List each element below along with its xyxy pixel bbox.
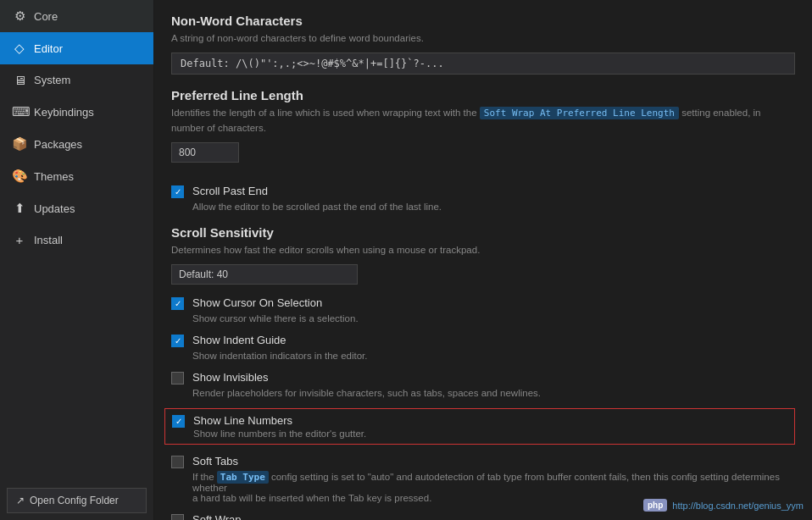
show-line-numbers-checkbox[interactable] (172, 415, 185, 428)
main-content: Non-Word Characters A string of non-word… (154, 0, 812, 520)
open-config-icon: ↗ (16, 495, 25, 506)
preferred-line-length-input[interactable]: 800 (171, 142, 239, 163)
open-config-folder-button[interactable]: ↗ Open Config Folder (7, 488, 147, 513)
non-word-characters-desc: A string of non-word characters to defin… (171, 31, 795, 46)
preferred-line-length-desc: Identifies the length of a line which is… (171, 106, 795, 136)
soft-tabs-checkbox[interactable] (171, 456, 184, 468)
show-indent-guide-checkbox[interactable] (171, 335, 184, 347)
sidebar-item-label-editor: Editor (34, 42, 63, 55)
sidebar-item-packages[interactable]: 📦 Packages (0, 128, 153, 160)
show-indent-guide-row: Show Indent Guide (171, 334, 795, 347)
soft-wrap-label: Soft Wrap (192, 513, 242, 520)
scroll-past-end-desc: Allow the editor to be scrolled past the… (192, 202, 795, 212)
sidebar-bottom: ↗ Open Config Folder (0, 481, 153, 520)
core-icon: ⚙ (12, 8, 27, 24)
sidebar-item-label-updates: Updates (34, 202, 75, 215)
show-cursor-on-selection-label: Show Cursor On Selection (192, 296, 322, 309)
preferred-line-length-title: Preferred Line Length (171, 88, 795, 102)
scroll-past-end-label: Scroll Past End (192, 185, 268, 197)
scroll-sensitivity-section: Scroll Sensitivity Determines how fast t… (171, 225, 795, 285)
sidebar-item-label-themes: Themes (34, 170, 74, 183)
soft-tabs-label: Soft Tabs (192, 455, 238, 467)
show-invisibles-row: Show Invisibles (171, 371, 795, 384)
sidebar-divider (0, 256, 153, 481)
show-invisibles-label: Show Invisibles (192, 371, 269, 384)
non-word-characters-section: Non-Word Characters A string of non-word… (171, 14, 795, 75)
themes-icon: 🎨 (12, 169, 27, 184)
non-word-characters-title: Non-Word Characters (171, 14, 795, 28)
sidebar-item-label-install: Install (34, 234, 63, 246)
sidebar-item-core[interactable]: ⚙ Core (0, 0, 153, 32)
soft-tabs-row: Soft Tabs (171, 455, 795, 468)
packages-icon: 📦 (12, 136, 27, 152)
non-word-default-value: Default: /\()"':,.;<>~!@#$%^&*|+=[]{}`?-… (171, 53, 795, 75)
preferred-line-length-section: Preferred Line Length Identifies the len… (171, 88, 795, 174)
scroll-past-end-checkbox[interactable] (171, 185, 184, 198)
scroll-sensitivity-title: Scroll Sensitivity (171, 225, 795, 240)
show-cursor-on-selection-section: Show Cursor On Selection Show cursor whi… (171, 296, 795, 324)
soft-wrap-row: Soft Wrap (171, 513, 795, 520)
scroll-sensitivity-desc: Determines how fast the editor scrolls w… (171, 243, 795, 257)
watermark-url: http://blog.csdn.net/genius_yym (672, 501, 804, 511)
sidebar-item-label-core: Core (34, 10, 58, 23)
scroll-past-end-section: Scroll Past End Allow the editor to be s… (171, 185, 795, 212)
show-cursor-on-selection-checkbox[interactable] (171, 297, 184, 310)
sidebar-item-label-packages: Packages (34, 138, 82, 151)
updates-icon: ⬆ (12, 201, 27, 216)
soft-wrap-section: Soft Wrap Wraps lines that exceed the wi… (171, 513, 795, 520)
sidebar: ⚙ Core ◇ Editor 🖥 System ⌨ Keybindings 📦… (0, 0, 154, 520)
sidebar-item-label-system: System (34, 74, 70, 86)
sidebar-item-install[interactable]: + Install (0, 224, 153, 256)
show-cursor-on-selection-row: Show Cursor On Selection (171, 296, 795, 310)
watermark: php http://blog.csdn.net/genius_yym (643, 499, 804, 512)
show-line-numbers-desc: Show line numbers in the editor's gutter… (193, 429, 366, 439)
scroll-past-end-row: Scroll Past End (171, 185, 795, 198)
scroll-sensitivity-input[interactable]: Default: 40 (171, 264, 358, 285)
soft-wrap-highlight-tag: Soft Wrap At Preferred Line Length (480, 107, 679, 119)
keybindings-icon: ⌨ (12, 104, 27, 119)
sidebar-item-system[interactable]: 🖥 System (0, 64, 153, 96)
php-badge: php (643, 499, 667, 512)
show-line-numbers-label: Show Line Numbers (193, 414, 366, 427)
soft-tabs-section: Soft Tabs If the Tab Type config setting… (171, 455, 795, 503)
show-indent-guide-label: Show Indent Guide (192, 334, 286, 346)
show-cursor-on-selection-desc: Show cursor while there is a selection. (192, 313, 795, 324)
editor-icon: ◇ (12, 41, 27, 56)
show-indent-guide-desc: Show indentation indicators in the edito… (192, 351, 795, 361)
install-icon: + (12, 233, 27, 247)
show-invisibles-section: Show Invisibles Render placeholders for … (171, 371, 795, 398)
show-line-numbers-section: Show Line Numbers Show line numbers in t… (171, 408, 795, 445)
show-invisibles-checkbox[interactable] (171, 372, 184, 384)
open-config-label: Open Config Folder (30, 495, 119, 506)
show-invisibles-desc: Render placeholders for invisible charac… (192, 388, 795, 398)
show-indent-guide-section: Show Indent Guide Show indentation indic… (171, 334, 795, 361)
soft-wrap-checkbox[interactable] (171, 514, 184, 520)
sidebar-item-themes[interactable]: 🎨 Themes (0, 160, 153, 192)
sidebar-item-editor[interactable]: ◇ Editor (0, 32, 153, 64)
sidebar-item-keybindings[interactable]: ⌨ Keybindings (0, 96, 153, 128)
sidebar-item-updates[interactable]: ⬆ Updates (0, 192, 153, 224)
show-line-numbers-row: Show Line Numbers Show line numbers in t… (164, 408, 795, 445)
system-icon: 🖥 (12, 73, 27, 87)
tab-type-highlight: Tab Type (217, 471, 269, 484)
sidebar-item-label-keybindings: Keybindings (34, 106, 94, 119)
